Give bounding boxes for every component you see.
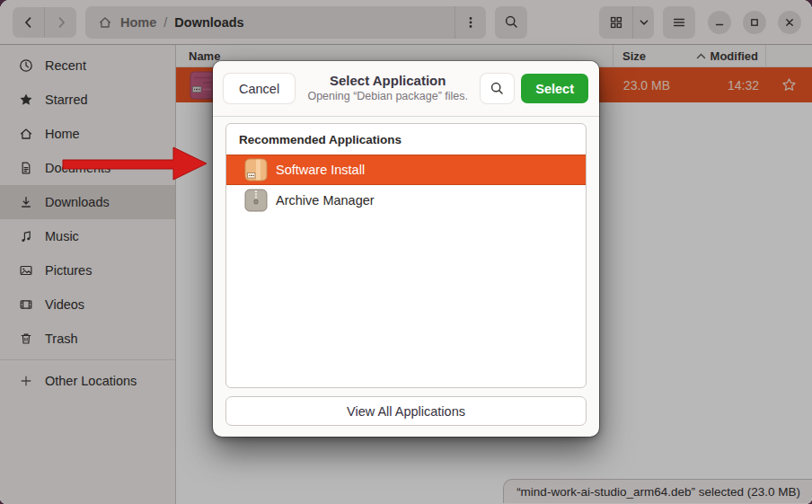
dialog-subtitle: Opening “Debian package” files. [307,90,468,104]
cancel-button[interactable]: Cancel [224,74,295,103]
recommended-section-header: Recommended Applications [226,124,586,155]
dialog-body: Recommended Applications Software Instal… [213,117,599,437]
dialog-search-button[interactable] [481,74,514,103]
app-row-software-install[interactable]: Software Install [226,155,586,185]
app-row-archive-manager[interactable]: Archive Manager [226,185,586,216]
select-button[interactable]: Select [521,74,588,103]
select-application-dialog: Cancel Select Application Opening “Debia… [213,61,599,437]
archive-manager-icon [244,189,268,212]
search-icon [490,81,505,96]
software-install-icon [244,158,268,181]
dialog-header: Cancel Select Application Opening “Debia… [213,61,599,117]
app-name: Archive Manager [276,193,375,208]
app-name: Software Install [276,163,365,177]
dialog-title: Select Application [330,73,446,90]
view-all-applications-button[interactable]: View All Applications [225,396,587,426]
dialog-title-block: Select Application Opening “Debian packa… [295,73,481,103]
application-list: Recommended Applications Software Instal… [225,123,587,388]
